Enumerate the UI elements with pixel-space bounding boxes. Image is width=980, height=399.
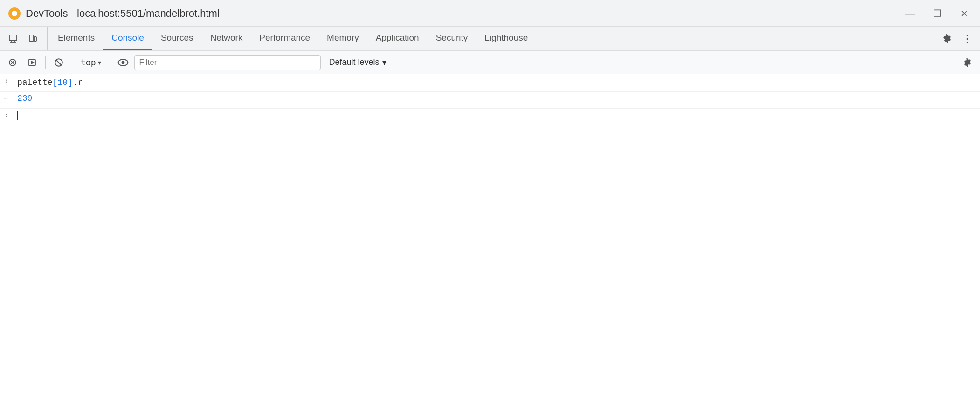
dock-icon-button[interactable] — [4, 30, 22, 48]
stop-button[interactable] — [50, 54, 67, 71]
prompt-arrow-icon: › — [4, 111, 14, 120]
devtools-window: DevTools - localhost:5501/mandelbrot.htm… — [0, 0, 980, 399]
device-toolbar-button[interactable] — [24, 30, 41, 48]
context-selector[interactable]: top ▾ — [77, 56, 105, 69]
tab-memory[interactable]: Memory — [318, 27, 367, 50]
svg-line-15 — [56, 60, 61, 65]
filter-input[interactable] — [134, 55, 321, 70]
live-expressions-button[interactable] — [115, 54, 131, 71]
console-entry-output: ← 239 — [0, 92, 980, 109]
minimize-button[interactable]: — — [902, 7, 918, 20]
console-cursor — [17, 111, 18, 120]
svg-point-1 — [12, 11, 17, 16]
title-bar: DevTools - localhost:5501/mandelbrot.htm… — [0, 0, 980, 27]
tab-elements[interactable]: Elements — [49, 27, 103, 50]
context-dropdown-arrow: ▾ — [98, 59, 101, 66]
nav-icons-group — [4, 27, 48, 50]
window-controls: — ❐ ✕ — [902, 7, 972, 20]
close-button[interactable]: ✕ — [957, 7, 972, 20]
svg-point-17 — [121, 61, 124, 64]
svg-rect-7 — [34, 37, 36, 41]
clear-console-button[interactable] — [4, 54, 21, 71]
app-icon — [8, 7, 21, 20]
toolbar-divider-1 — [45, 56, 46, 69]
entry-value-output: 239 — [17, 94, 32, 103]
tab-lighthouse[interactable]: Lighthouse — [476, 27, 536, 50]
svg-rect-6 — [29, 35, 34, 41]
levels-arrow: ▾ — [382, 57, 386, 68]
run-button[interactable] — [24, 54, 41, 71]
console-toolbar: top ▾ Default levels ▾ — [0, 51, 980, 74]
levels-label: Default levels — [329, 57, 380, 67]
more-options-button[interactable]: ⋮ — [958, 30, 976, 48]
console-settings-button[interactable] — [959, 54, 976, 71]
tab-sources[interactable]: Sources — [152, 27, 202, 50]
svg-rect-2 — [9, 35, 17, 41]
input-arrow-icon: › — [4, 76, 14, 85]
nav-tabs: Elements Console Sources Network Perform… — [49, 27, 939, 50]
nav-right-icons: ⋮ — [939, 27, 976, 50]
window-title: DevTools - localhost:5501/mandelbrot.htm… — [26, 7, 902, 20]
toolbar-divider-2 — [72, 56, 72, 69]
tab-performance[interactable]: Performance — [251, 27, 318, 50]
tab-application[interactable]: Application — [367, 27, 428, 50]
maximize-button[interactable]: ❐ — [930, 7, 945, 20]
console-entry-input: › palette[10].r — [0, 74, 980, 92]
tab-security[interactable]: Security — [428, 27, 476, 50]
default-levels-button[interactable]: Default levels ▾ — [324, 56, 392, 70]
output-arrow-icon: ← — [4, 94, 14, 103]
settings-button[interactable] — [939, 30, 956, 48]
toolbar-divider-3 — [110, 56, 110, 69]
context-label: top — [81, 57, 96, 67]
nav-bar: Elements Console Sources Network Perform… — [0, 27, 980, 51]
tab-console[interactable]: Console — [103, 27, 152, 50]
tab-network[interactable]: Network — [202, 27, 251, 50]
svg-marker-13 — [31, 61, 35, 64]
entry-text-input: palette[10].r — [17, 76, 83, 90]
console-content: › palette[10].r ← 239 › — [0, 74, 980, 399]
console-input-line[interactable]: › — [0, 109, 980, 126]
